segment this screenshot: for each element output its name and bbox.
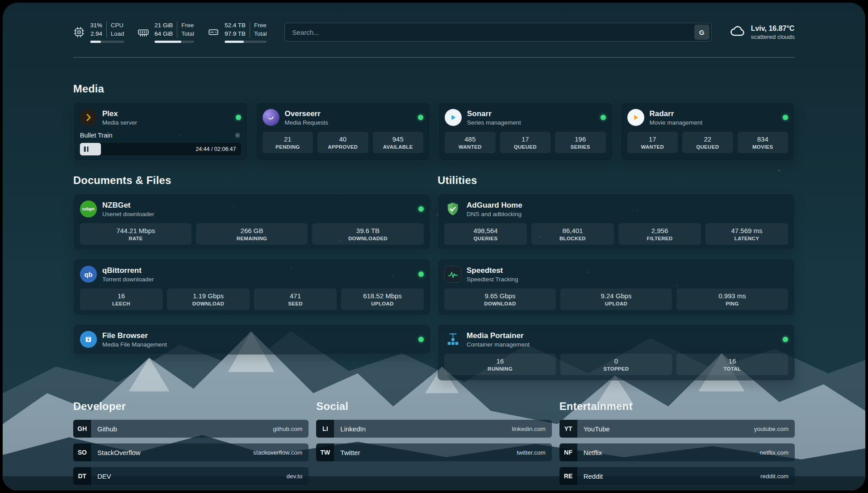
disk-free: 52.4 TB — [225, 21, 246, 30]
section-documents: Documents & Files nzbget NZBGet Usenet d… — [73, 174, 430, 380]
status-dot — [418, 206, 424, 212]
ram-label-1: Free — [181, 21, 194, 30]
plex-icon — [80, 109, 97, 126]
stat-download: 9.65 Gbps DOWNLOAD — [444, 288, 556, 310]
netflix-icon: NF — [559, 443, 577, 461]
bookmark-linkedin[interactable]: LI LinkedIn linkedin.com — [316, 420, 551, 438]
bookmark-group-developer: Developer GH Github github.com SO StackO… — [73, 400, 309, 490]
sonarr-icon — [445, 109, 462, 126]
cpu-label-1: CPU — [111, 21, 124, 30]
bookmark-netflix[interactable]: NF Netflix netflix.com — [559, 443, 795, 461]
app-subtitle: Usenet downloader — [102, 211, 413, 217]
app-card-speedtest[interactable]: Speedtest Speedtest Tracking 9.65 Gbps D… — [438, 259, 795, 315]
stat-wanted: 485 WANTED — [445, 132, 496, 153]
weather-location: Lviv, 16.87°C — [751, 25, 795, 33]
stat-filtered: 2,956 FILTERED — [618, 223, 701, 245]
app-subtitle: Movie management — [650, 119, 778, 126]
search-bar[interactable]: G — [284, 23, 711, 42]
pause-icon[interactable] — [84, 146, 88, 152]
stat-total: 16 TOTAL — [676, 354, 788, 375]
entertainment-title: Entertainment — [559, 400, 795, 413]
stat-movies: 834 MOVIES — [738, 132, 789, 153]
cpu-widget: 31% 2.94 CPU Load — [73, 21, 124, 43]
cpu-label-2: Load — [111, 30, 124, 38]
gear-icon[interactable] — [234, 132, 241, 139]
bookmark-github[interactable]: GH Github github.com — [73, 420, 309, 438]
stat-ping: 0.993 ms PING — [676, 288, 788, 310]
stat-stopped: 0 STOPPED — [560, 354, 672, 375]
developer-title: Developer — [73, 400, 309, 413]
stat-blocked: 86,401 BLOCKED — [531, 223, 614, 245]
status-dot — [236, 115, 241, 120]
ram-label-2: Total — [181, 30, 194, 38]
app-name: Radarr — [650, 109, 778, 118]
utilities-title: Utilities — [438, 174, 795, 187]
ram-progress-bar — [154, 41, 194, 43]
stat-remaining: 266 GB REMAINING — [196, 223, 308, 245]
app-card-qbittorrent[interactable]: qb qBittorrent Torrent downloader 16 LEE… — [73, 259, 430, 315]
adguard-icon — [444, 201, 461, 217]
stat-approved: 40 APPROVED — [317, 132, 368, 153]
app-card-portainer[interactable]: Media Portainer Container management 16 … — [438, 324, 795, 380]
cpu-icon — [73, 26, 85, 38]
ram-icon — [138, 26, 149, 38]
disk-icon — [208, 26, 219, 38]
ram-widget: 21 GiB 64 GiB Free Total — [138, 21, 194, 43]
bookmark-stackoverflow[interactable]: SO StackOverflow stackoverflow.com — [73, 443, 309, 461]
cpu-progress-bar — [90, 41, 124, 43]
weather-widget: Lviv, 16.87°C scattered clouds — [730, 23, 795, 41]
dashboard: 31% 2.94 CPU Load — [3, 3, 865, 490]
stat-rate: 744.21 Mbps RATE — [80, 223, 192, 245]
app-name: Sonarr — [467, 109, 595, 118]
app-card-radarr[interactable]: Radarr Movie management 17 WANTED 22 QUE… — [621, 102, 795, 161]
header-divider — [73, 57, 795, 58]
app-name: Overseerr — [285, 109, 413, 118]
section-utilities: Utilities AdGuard Home DNS and adblockin… — [438, 174, 795, 380]
media-title: Media — [73, 83, 795, 95]
filebrowser-icon — [80, 331, 97, 348]
ram-total: 64 GiB — [154, 30, 173, 38]
app-card-adguard[interactable]: AdGuard Home DNS and adblocking 498,564 … — [438, 194, 795, 250]
disk-label-1: Free — [254, 21, 267, 30]
disk-widget: 52.4 TB 97.9 TB Free Total — [208, 21, 267, 43]
search-input[interactable] — [285, 29, 694, 36]
stat-downloaded: 39.6 TB DOWNLOADED — [312, 223, 424, 245]
twitter-icon: TW — [316, 443, 334, 461]
cpu-load: 2.94 — [90, 30, 102, 38]
stat-queries: 498,564 QUERIES — [444, 223, 527, 245]
stat-wanted: 17 WANTED — [627, 132, 678, 153]
app-card-overseerr[interactable]: Overseerr Media Requests 21 PENDING 40 A… — [256, 102, 430, 161]
dev-icon: DT — [73, 467, 91, 485]
section-media: Media Plex Media server — [73, 83, 795, 161]
bookmark-reddit[interactable]: RE Reddit reddit.com — [559, 467, 795, 485]
app-subtitle: Torrent downloader — [102, 276, 413, 283]
stat-upload: 9.24 Gbps UPLOAD — [560, 288, 672, 310]
bookmark-twitter[interactable]: TW Twitter twitter.com — [316, 443, 551, 461]
speedtest-icon — [444, 266, 461, 283]
stat-available: 945 AVAILABLE — [373, 132, 424, 153]
playback-progress-bar[interactable]: 24:44 / 02:06:47 — [80, 143, 241, 155]
app-subtitle: Series management — [467, 119, 595, 126]
app-card-plex[interactable]: Plex Media server Bullet Train — [73, 102, 248, 161]
app-card-nzbget[interactable]: nzbget NZBGet Usenet downloader 744.21 M… — [73, 194, 430, 250]
app-card-filebrowser[interactable]: File Browser Media File Management — [73, 324, 430, 355]
app-subtitle: Speedtest Tracking — [467, 276, 788, 283]
bookmark-youtube[interactable]: YT YouTube youtube.com — [559, 420, 795, 438]
portainer-icon — [444, 331, 461, 348]
disk-label-2: Total — [254, 30, 267, 38]
playback-time: 24:44 / 02:06:47 — [196, 146, 236, 152]
youtube-icon: YT — [559, 420, 577, 438]
bookmark-dev[interactable]: DT DEV dev.to — [73, 467, 309, 485]
status-dot — [783, 115, 788, 120]
stat-queued: 22 QUEUED — [682, 132, 733, 153]
stat-running: 16 RUNNING — [444, 354, 556, 375]
stackoverflow-icon: SO — [73, 443, 91, 461]
stat-series: 196 SERIES — [555, 132, 606, 153]
app-name: Media Portainer — [467, 331, 777, 340]
now-playing-title: Bullet Train — [80, 132, 113, 139]
overseerr-icon — [263, 109, 280, 126]
app-subtitle: DNS and adblocking — [467, 211, 788, 217]
app-card-sonarr[interactable]: Sonarr Series management 485 WANTED 17 Q… — [438, 102, 613, 161]
search-engine-button[interactable]: G — [694, 25, 709, 40]
status-dot — [418, 115, 423, 120]
